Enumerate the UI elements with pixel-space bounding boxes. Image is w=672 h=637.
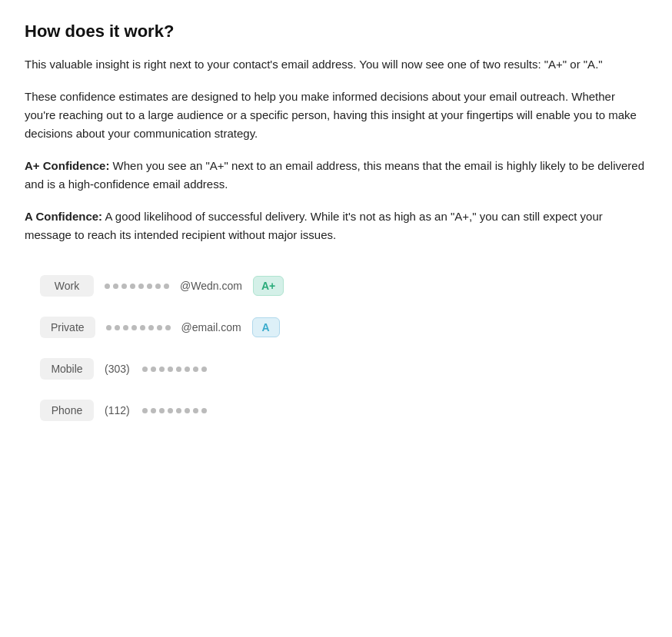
dot: [115, 325, 120, 330]
paragraph-a: A Confidence: A good likelihood of succe…: [25, 207, 647, 244]
phone-prefix: (112): [105, 404, 130, 416]
page-heading: How does it work?: [25, 22, 647, 41]
dot: [142, 367, 148, 372]
dot: [159, 367, 165, 372]
dots-group: [142, 408, 207, 413]
paragraph-2: These confidence estimates are designed …: [25, 88, 647, 143]
dot: [185, 408, 190, 413]
examples-container: Work@Wedn.comA+Private@email.comAMobile(…: [25, 269, 647, 427]
dots-group: [106, 325, 171, 330]
dot: [155, 284, 161, 289]
dot: [159, 408, 165, 413]
example-row: Phone(112): [40, 393, 647, 427]
dot: [130, 284, 135, 289]
dot: [176, 367, 181, 372]
confidence-badge: A+: [253, 276, 284, 296]
paragraph-aplus: A+ Confidence: When you see an "A+" next…: [25, 157, 647, 194]
dot: [165, 325, 171, 330]
dot: [185, 367, 190, 372]
example-label: Work: [40, 275, 94, 297]
a-label: A Confidence:: [25, 210, 102, 223]
dot: [201, 408, 207, 413]
dot: [106, 325, 111, 330]
dot: [138, 284, 144, 289]
dot: [193, 408, 198, 413]
aplus-text: When you see an "A+" next to an email ad…: [25, 159, 644, 191]
dot: [151, 408, 156, 413]
dot: [157, 325, 162, 330]
example-row: Mobile(303): [40, 352, 647, 386]
dot: [121, 284, 127, 289]
dot: [113, 284, 118, 289]
dot: [168, 408, 173, 413]
dot: [176, 408, 181, 413]
example-row: Work@Wedn.comA+: [40, 269, 647, 303]
example-row: Private@email.comA: [40, 310, 647, 344]
example-label: Phone: [40, 400, 94, 421]
paragraph-1: This valuable insight is right next to y…: [25, 55, 647, 74]
dot: [142, 408, 148, 413]
aplus-label: A+ Confidence:: [25, 159, 109, 172]
dots-group: [142, 367, 207, 372]
email-domain: @Wedn.com: [180, 280, 242, 292]
dot: [140, 325, 145, 330]
example-label: Private: [40, 317, 95, 338]
dot: [168, 367, 173, 372]
dot: [151, 367, 156, 372]
email-domain: @email.com: [181, 321, 241, 333]
dot: [193, 367, 198, 372]
example-label: Mobile: [40, 358, 94, 380]
dot: [123, 325, 128, 330]
confidence-badge: A: [252, 317, 280, 337]
dots-group: [105, 284, 169, 289]
phone-prefix: (303): [105, 363, 130, 375]
dot: [131, 325, 137, 330]
dot: [201, 367, 207, 372]
dot: [105, 284, 110, 289]
dot: [164, 284, 169, 289]
a-text: A good likelihood of successful delivery…: [25, 210, 603, 241]
dot: [147, 284, 152, 289]
dot: [148, 325, 154, 330]
